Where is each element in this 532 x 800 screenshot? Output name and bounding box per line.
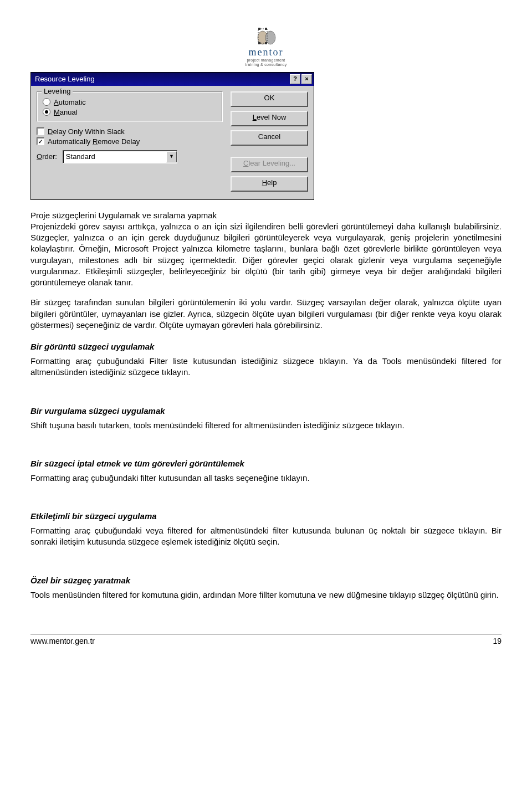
svg-rect-6 <box>265 42 267 44</box>
check-auto-remove[interactable]: ✓ Automatically Remove Delay <box>37 137 223 146</box>
section-heading-2: Bir görüntü süzgeci uygulamak <box>30 342 502 351</box>
level-now-button[interactable]: Level Now <box>231 111 308 126</box>
leveling-legend: Leveling <box>42 87 73 95</box>
logo-icon: mentor project management training & con… <box>245 28 287 66</box>
section-heading-6: Özel bir süzgeç yaratmak <box>30 576 502 585</box>
radio-manual-label: Manual <box>54 108 78 116</box>
svg-rect-3 <box>258 28 260 30</box>
section-heading-3: Bir vurgulama süzgeci uygulamak <box>30 406 502 416</box>
page-footer: www.mentor.gen.tr 19 <box>30 634 502 645</box>
check-delay-label: Delay Only Within Slack <box>48 127 125 136</box>
footer-url: www.mentor.gen.tr <box>30 637 95 645</box>
help-button[interactable]: Help <box>231 176 308 192</box>
radio-icon <box>43 98 50 106</box>
radio-manual[interactable]: Manual <box>43 108 217 116</box>
svg-rect-5 <box>258 42 260 44</box>
ok-button[interactable]: OK <box>231 91 308 107</box>
chevron-down-icon: ▼ <box>166 151 177 162</box>
leveling-group: Leveling Automatic Manual <box>37 91 223 122</box>
check-delay-slack[interactable]: Delay Only Within Slack <box>37 127 223 136</box>
check-remove-label: Automatically Remove Delay <box>48 137 140 146</box>
paragraph-1: Projenizdeki görev sayısı arttıkça, yaln… <box>30 221 502 289</box>
paragraph-2: Bir süzgeç tarafından sunulan bilgileri … <box>30 297 502 331</box>
order-value: Standard <box>66 152 95 161</box>
paragraph-5: Formatting araç çubuğundaki filter kutus… <box>30 473 502 484</box>
paragraph-6: Formatting araç çubuğundaki veya filtere… <box>30 525 502 548</box>
svg-rect-4 <box>265 28 267 30</box>
radio-automatic[interactable]: Automatic <box>43 98 217 106</box>
checkbox-icon <box>37 127 44 135</box>
checkbox-icon: ✓ <box>37 137 44 145</box>
dialog-titlebar: Resource Leveling ? × <box>31 73 314 86</box>
section-heading-1: Proje süzgeçlerini Uygulamak ve sıralama… <box>30 210 502 221</box>
order-combo[interactable]: Standard ▼ <box>63 150 177 163</box>
help-icon[interactable]: ? <box>290 74 300 84</box>
resource-leveling-dialog: Resource Leveling ? × Leveling Automatic… <box>30 72 314 200</box>
logo-name: mentor <box>245 47 287 58</box>
logo-tagline-1: project management <box>245 58 287 63</box>
header-logo: mentor project management training & con… <box>30 28 502 68</box>
page-number: 19 <box>493 637 502 645</box>
logo-tagline-2: training & consultancy <box>245 63 287 67</box>
paragraph-7: Tools menüsünden filtered for komutuna g… <box>30 589 502 601</box>
radio-automatic-label: Automatic <box>54 98 86 106</box>
cancel-button[interactable]: Cancel <box>231 130 308 146</box>
dialog-title: Resource Leveling <box>33 75 289 83</box>
section-heading-4: Bir süzgeci iptal etmek ve tüm görevleri… <box>30 459 502 468</box>
clear-leveling-button[interactable]: Clear Leveling... <box>231 157 308 172</box>
section-heading-5: Etkileţimli bir süzgeci uygulama <box>30 511 502 521</box>
close-icon[interactable]: × <box>301 74 312 84</box>
order-label: Order: <box>37 152 57 161</box>
paragraph-4: Shift tuşuna basılı tutarken, tools menü… <box>30 420 502 431</box>
paragraph-3: Formatting araç çubuğundaki Filter liste… <box>30 356 502 378</box>
radio-icon <box>43 108 50 116</box>
